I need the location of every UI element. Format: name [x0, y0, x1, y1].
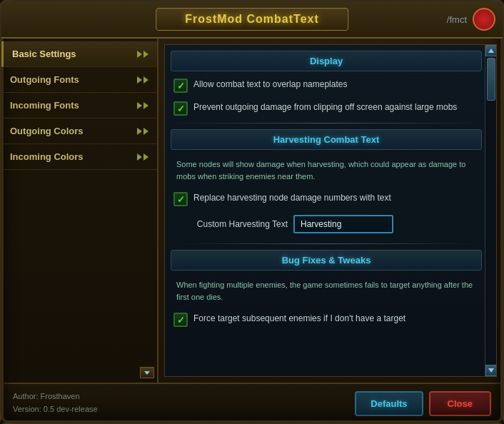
arrow-icon [137, 153, 142, 161]
checkbox-overlap[interactable] [173, 79, 188, 93]
main-window: FrostMod CombatText /fmct Basic Settings… [0, 0, 504, 424]
sidebar-scroll-down[interactable] [140, 367, 154, 378]
title-bar-bg: FrostMod CombatText [156, 8, 348, 31]
display-section-header: Display [171, 51, 482, 71]
panel-content: Display Allow combat text to overlap nam… [165, 45, 496, 340]
sidebar-item-label: Basic Settings [12, 49, 76, 59]
scroll-up-button[interactable] [485, 45, 497, 56]
sidebar-item-label: Incoming Fonts [10, 100, 79, 111]
section-divider-2 [171, 243, 482, 244]
scroll-thumb-area [485, 56, 496, 365]
sidebar-item-label: Outgoing Fonts [10, 74, 79, 85]
checkbox-row-force-target: Force target subsequent enemies if I don… [171, 311, 482, 328]
checkbox-force-target[interactable] [173, 313, 188, 327]
footer-info: Author: Frosthaven Version: 0.5 dev-rele… [13, 390, 98, 415]
content-area: Basic Settings Outgoing Fonts Incoming F… [1, 39, 503, 383]
checkbox-harvest-replace[interactable] [173, 192, 188, 206]
bugfixes-section-header: Bug Fixes & Tweaks [171, 250, 482, 271]
arrow-icon [137, 128, 142, 135]
custom-harvesting-input[interactable] [293, 215, 393, 233]
arrow-icon [137, 102, 142, 109]
arrow-icon [143, 51, 148, 58]
custom-harvesting-label: Custom Harvesting Text [173, 219, 288, 229]
main-panel: Display Allow combat text to overlap nam… [158, 39, 503, 383]
sidebar-item-incoming-colors[interactable]: Incoming Colors [1, 144, 157, 170]
checkbox-row-overlap: Allow combat text to overlap nameplates [171, 77, 482, 94]
checkbox-row-harvest-replace: Replace harvesting node damage numbers w… [171, 191, 482, 208]
arrow-icon [143, 102, 148, 109]
sidebar-arrow [137, 153, 148, 161]
title-icon [473, 8, 495, 31]
footer: Author: Frosthaven Version: 0.5 dev-rele… [1, 383, 503, 423]
arrow-icon [143, 153, 148, 161]
sidebar-item-basic-settings[interactable]: Basic Settings [1, 41, 157, 67]
author-label: Author: Frosthaven [13, 390, 98, 403]
sidebar-item-label: Incoming Colors [10, 151, 84, 162]
window-command: /fmct [447, 14, 467, 25]
scroll-up-arrow-icon [488, 49, 494, 53]
arrow-icon [143, 128, 148, 135]
sidebar-arrow [137, 51, 148, 58]
arrow-icon [143, 76, 148, 84]
harvesting-section-header: Harvesting Combat Text [171, 129, 482, 150]
checkbox-overlap-label: Allow combat text to overlap nameplates [193, 79, 479, 91]
scroll-track [485, 45, 496, 376]
version-label: Version: 0.5 dev-release [13, 403, 98, 416]
scroll-down-arrow-icon [488, 368, 494, 373]
footer-buttons: Defaults Close [355, 391, 491, 416]
scroll-down-arrow-icon [144, 371, 150, 375]
window-title: FrostMod CombatText [185, 13, 319, 25]
scroll-container: Display Allow combat text to overlap nam… [164, 44, 497, 377]
arrow-icon [137, 51, 142, 58]
sidebar-item-outgoing-fonts[interactable]: Outgoing Fonts [1, 67, 157, 93]
defaults-button[interactable]: Defaults [355, 391, 423, 416]
checkbox-row-clip: Prevent outgoing damage from clipping of… [171, 100, 482, 117]
checkbox-force-target-label: Force target subsequent enemies if I don… [193, 313, 479, 325]
title-bar: FrostMod CombatText /fmct [1, 1, 503, 39]
bugfixes-description: When fighting multiple enemies, the game… [171, 276, 482, 306]
checkbox-clip[interactable] [173, 101, 188, 116]
sidebar-item-incoming-fonts[interactable]: Incoming Fonts [1, 93, 157, 118]
section-divider-1 [171, 123, 482, 123]
sidebar-item-label: Outgoing Colors [10, 126, 84, 136]
scroll-thumb[interactable] [487, 58, 495, 101]
custom-harvesting-row: Custom Harvesting Text [171, 213, 482, 235]
arrow-icon [137, 76, 142, 84]
sidebar: Basic Settings Outgoing Fonts Incoming F… [1, 39, 158, 383]
checkbox-clip-label: Prevent outgoing damage from clipping of… [193, 101, 479, 113]
sidebar-arrow [137, 102, 148, 109]
close-button[interactable]: Close [429, 391, 491, 416]
harvesting-description: Some nodes will show damage when harvest… [171, 156, 482, 185]
sidebar-arrow [137, 128, 148, 135]
checkbox-harvest-replace-label: Replace harvesting node damage numbers w… [193, 192, 479, 204]
sidebar-item-outgoing-colors[interactable]: Outgoing Colors [1, 118, 157, 144]
sidebar-arrow [137, 76, 148, 84]
scroll-down-button[interactable] [485, 365, 497, 376]
